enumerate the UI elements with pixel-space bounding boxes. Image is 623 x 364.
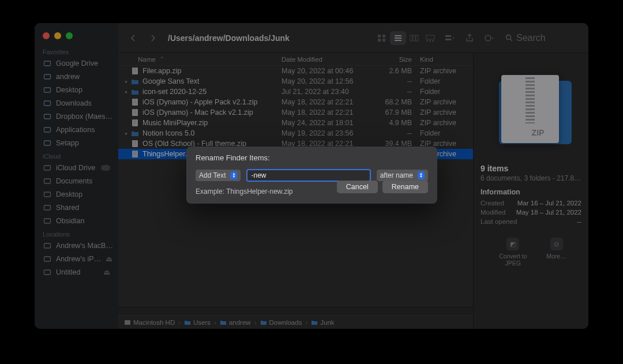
svg-rect-29 xyxy=(445,35,451,37)
eject-icon[interactable]: ⏏ xyxy=(103,268,110,276)
quick-action-more[interactable]: ⊙More… xyxy=(546,238,566,267)
file-row[interactable]: iOS (Dynamo) - Mac Pack v2.1.zipMay 18, … xyxy=(118,107,473,118)
obsidian-icon xyxy=(43,216,51,225)
file-row[interactable]: iOS (Dynamo) - Apple Pack v2.1.zipMay 18… xyxy=(118,97,473,107)
svg-rect-0 xyxy=(44,61,50,66)
list-view-button[interactable] xyxy=(390,31,406,45)
file-name: icon-set 2020-12-25 xyxy=(142,88,282,96)
chevron-right-icon: › xyxy=(305,319,307,326)
sidebar-item-icloud-drive[interactable]: iCloud Drive xyxy=(35,161,118,174)
path-segment[interactable]: Users xyxy=(184,319,211,326)
file-size: 67.9 MB xyxy=(374,108,420,117)
svg-rect-11 xyxy=(44,219,50,223)
sidebar-section-label: iCloud xyxy=(35,149,118,161)
path-segment[interactable]: Downloads xyxy=(260,319,302,326)
gdrive-icon xyxy=(43,59,51,67)
header-kind[interactable]: Kind xyxy=(420,56,466,63)
dialog-title: Rename Finder Items: xyxy=(196,153,428,162)
file-row[interactable]: Music MiniPlayer.zipMay 24, 2022 at 18:0… xyxy=(118,118,473,128)
zip-file-icon xyxy=(131,108,139,117)
header-date[interactable]: Date Modified xyxy=(282,56,374,63)
disclosure-triangle-icon[interactable]: ▸ xyxy=(125,78,131,84)
file-row[interactable]: Filer.app.zipMay 20, 2022 at 00:462.6 MB… xyxy=(118,66,473,76)
share-button[interactable] xyxy=(461,31,478,45)
folder-icon xyxy=(220,320,227,325)
preview-info-heading: Information xyxy=(481,188,520,196)
file-row[interactable]: ▸Notion Icons 5.0May 19, 2022 at 23:56--… xyxy=(118,128,473,138)
sidebar-item-untitled[interactable]: Untitled⏏ xyxy=(35,265,118,279)
quick-action-convert[interactable]: ◩Convert to JPEG xyxy=(496,238,530,267)
path-segment[interactable]: Macintosh HD xyxy=(124,319,175,326)
chevron-right-icon: › xyxy=(254,319,257,326)
back-button[interactable] xyxy=(125,31,141,45)
sidebar-item-andrew[interactable]: andrew xyxy=(35,70,118,83)
sidebar-item-setapp[interactable]: Setapp xyxy=(35,136,118,149)
tags-button[interactable] xyxy=(481,31,497,45)
sidebar-item-andrew-s-macb-[interactable]: Andrew's MacB… xyxy=(35,239,118,252)
sidebar-item-dropbox-maes-[interactable]: Dropbox (Maes… xyxy=(35,110,118,123)
minimize-window-button[interactable] xyxy=(54,32,61,39)
preview-thumbnail: ZIP xyxy=(491,75,572,144)
disclosure-triangle-icon[interactable]: ▸ xyxy=(125,130,131,136)
rename-text-input[interactable] xyxy=(246,169,370,182)
file-size: 68.2 MB xyxy=(374,98,420,106)
cancel-button[interactable]: Cancel xyxy=(337,181,378,193)
file-kind: Folder xyxy=(420,129,466,137)
file-row[interactable]: ▸Google Sans TextMay 20, 2022 at 12:56--… xyxy=(118,76,473,87)
header-name[interactable]: Name⌃ xyxy=(125,55,282,63)
sidebar-item-applications[interactable]: Applications xyxy=(35,123,118,136)
file-date: May 18, 2022 at 22:21 xyxy=(282,98,374,106)
path-segment[interactable]: andrew xyxy=(220,319,251,326)
column-view-button[interactable] xyxy=(406,31,422,45)
icon-view-button[interactable] xyxy=(374,31,390,45)
sidebar-item-obsidian[interactable]: Obsidian xyxy=(35,214,118,227)
file-name: Google Sans Text xyxy=(142,77,282,85)
svg-rect-30 xyxy=(445,39,451,40)
info-value: -- xyxy=(577,218,581,225)
sidebar-item-desktop[interactable]: Desktop xyxy=(35,187,118,201)
sidebar-item-google-drive[interactable]: Google Drive xyxy=(35,57,118,70)
sidebar-item-documents[interactable]: Documents xyxy=(35,174,118,187)
close-window-button[interactable] xyxy=(43,32,50,39)
path-segment[interactable]: Junk xyxy=(311,319,334,326)
desktop-icon xyxy=(43,85,51,94)
group-by-button[interactable] xyxy=(442,31,458,45)
sidebar-item-label: iCloud Drive xyxy=(56,164,95,172)
rename-mode-select[interactable]: Add Text ▲▼ xyxy=(196,170,241,181)
file-row[interactable]: ▸icon-set 2020-12-25Jul 21, 2022 at 23:4… xyxy=(118,87,473,97)
file-date: May 19, 2022 at 23:56 xyxy=(282,129,374,137)
eject-icon[interactable]: ⏏ xyxy=(106,254,112,263)
gallery-view-button[interactable] xyxy=(422,31,438,45)
sidebar-item-label: Setapp xyxy=(56,139,79,147)
svg-rect-17 xyxy=(378,39,381,42)
file-kind: ZIP archive xyxy=(420,119,466,127)
forward-button[interactable] xyxy=(145,31,161,45)
rename-button[interactable]: Rename xyxy=(382,181,428,193)
laptop-icon xyxy=(43,241,51,250)
svg-rect-4 xyxy=(44,114,50,119)
svg-rect-14 xyxy=(44,270,50,275)
convert-icon: ◩ xyxy=(506,238,519,250)
disclosure-triangle-icon[interactable]: ▸ xyxy=(125,89,131,95)
phone-icon xyxy=(43,254,51,263)
folder-icon xyxy=(131,129,139,137)
file-size: -- xyxy=(374,88,420,96)
horizontal-scrollbar[interactable] xyxy=(118,307,473,315)
dropbox-icon xyxy=(43,112,51,121)
header-size[interactable]: Size xyxy=(374,56,420,63)
svg-rect-22 xyxy=(410,35,412,41)
sidebar-item-label: andrew xyxy=(56,73,80,81)
svg-point-31 xyxy=(485,35,491,41)
folder-icon xyxy=(184,320,191,325)
info-row: ModifiedMay 18 – Jul 21, 2022 xyxy=(481,208,581,217)
search-field[interactable]: Search xyxy=(501,31,581,46)
sort-asc-icon: ⌃ xyxy=(159,56,165,63)
sidebar-item-downloads[interactable]: Downloads xyxy=(35,96,118,110)
sidebar-item-label: Andrew's MacB… xyxy=(56,242,113,250)
sidebar-item-andrew-s-ip-[interactable]: Andrew's iP…⏏ xyxy=(35,252,118,265)
sidebar-item-shared[interactable]: Shared xyxy=(35,201,118,214)
rename-position-select[interactable]: after name ▲▼ xyxy=(377,170,428,181)
svg-rect-12 xyxy=(44,243,50,248)
zoom-window-button[interactable] xyxy=(66,32,73,39)
sidebar-item-desktop[interactable]: Desktop xyxy=(35,83,118,96)
